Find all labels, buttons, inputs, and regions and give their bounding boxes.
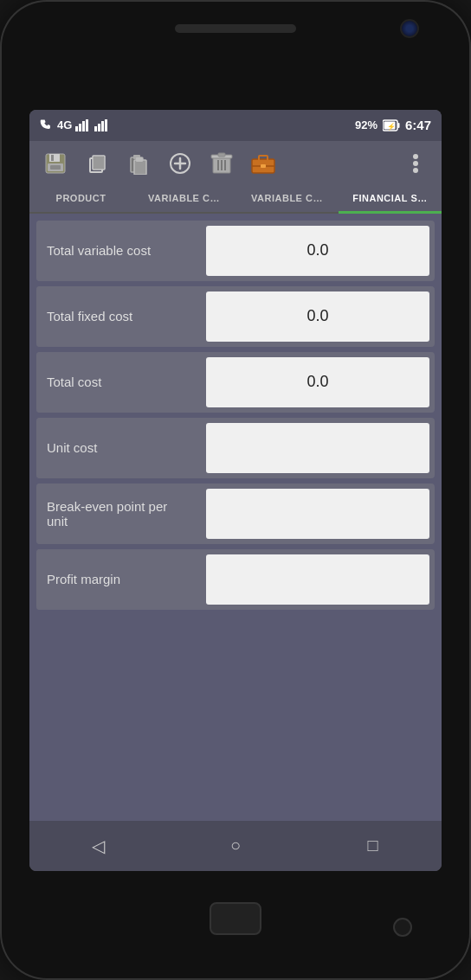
svg-rect-13: [49, 154, 60, 162]
svg-rect-3: [86, 119, 88, 131]
tab-product[interactable]: PRODUCT: [29, 186, 132, 212]
copy-icon: [86, 152, 108, 175]
svg-point-39: [413, 168, 418, 173]
break-even-value[interactable]: [206, 489, 429, 539]
svg-rect-34: [259, 156, 268, 161]
svg-rect-4: [94, 126, 97, 131]
battery-label: 92%: [355, 118, 377, 131]
front-camera: [400, 19, 419, 38]
phone-shell: 4G 92%: [0, 0, 471, 980]
tab-financial-s[interactable]: FINANCIAL S…: [339, 186, 442, 212]
profit-margin-value[interactable]: [206, 554, 429, 605]
total-cost-value[interactable]: 0.0: [206, 357, 429, 407]
back-button[interactable]: ◁: [76, 824, 119, 868]
svg-rect-6: [101, 121, 104, 131]
svg-rect-22: [134, 160, 146, 175]
svg-rect-14: [51, 155, 54, 161]
briefcase-icon: [250, 152, 276, 175]
status-bar: 4G 92%: [29, 110, 442, 141]
total-fixed-cost-label: Total fixed cost: [36, 286, 201, 347]
phone-icon: [40, 118, 54, 132]
network-label: 4G: [57, 118, 72, 131]
svg-rect-36: [261, 164, 266, 168]
total-variable-cost-value[interactable]: 0.0: [206, 226, 429, 276]
status-left: 4G: [40, 118, 110, 132]
copy-button[interactable]: [78, 144, 116, 183]
delete-icon: [210, 151, 233, 176]
screen: 4G 92%: [29, 110, 442, 871]
unit-cost-value[interactable]: [206, 423, 429, 473]
add-icon: [168, 151, 192, 176]
paste-icon: [127, 152, 150, 175]
signal-icon: [75, 119, 91, 131]
time-label: 6:47: [405, 118, 431, 132]
briefcase-button[interactable]: [244, 144, 282, 183]
tab-variable-c2[interactable]: VARIABLE C…: [236, 186, 339, 212]
svg-point-37: [413, 154, 418, 159]
save-button[interactable]: [36, 144, 74, 183]
svg-rect-2: [82, 121, 85, 131]
total-cost-label: Total cost: [36, 352, 201, 413]
content-area: Total variable cost 0.0 Total fixed cost…: [29, 214, 442, 821]
recent-button[interactable]: □: [352, 824, 395, 868]
bottom-nav: ◁ ○ □: [29, 821, 442, 871]
more-icon: [412, 151, 419, 176]
unit-cost-label: Unit cost: [36, 418, 201, 478]
profit-margin-label: Profit margin: [36, 549, 201, 610]
total-fixed-cost-value[interactable]: 0.0: [206, 291, 429, 342]
battery-icon: ⚡: [383, 119, 400, 131]
more-button[interactable]: [397, 144, 435, 183]
svg-rect-29: [218, 153, 225, 157]
svg-text:⚡: ⚡: [387, 122, 396, 131]
svg-rect-9: [397, 123, 399, 128]
field-row-total-cost: Total cost 0.0: [36, 352, 435, 413]
fingerprint-sensor: [393, 918, 412, 937]
save-icon: [43, 151, 68, 176]
tab-variable-c1[interactable]: VARIABLE C…: [132, 186, 236, 212]
signal-icon-2: [94, 119, 110, 131]
toolbar: [29, 141, 442, 186]
svg-rect-5: [98, 124, 100, 131]
svg-rect-19: [94, 157, 104, 169]
svg-rect-7: [105, 119, 107, 131]
add-button[interactable]: [161, 144, 199, 183]
phone-top-bar: [0, 24, 471, 33]
svg-point-38: [413, 161, 418, 166]
svg-rect-1: [79, 124, 81, 131]
home-button[interactable]: ○: [214, 824, 257, 868]
paste-button[interactable]: [119, 144, 158, 183]
field-row-unit-cost: Unit cost: [36, 418, 435, 478]
svg-rect-0: [75, 126, 78, 131]
delete-button[interactable]: [203, 144, 241, 183]
total-variable-cost-label: Total variable cost: [36, 221, 201, 281]
field-row-profit-margin: Profit margin: [36, 549, 435, 610]
break-even-label: Break-even point per unit: [36, 484, 201, 544]
field-row-total-fixed-cost: Total fixed cost 0.0: [36, 286, 435, 347]
svg-rect-16: [50, 165, 61, 170]
field-row-total-variable-cost: Total variable cost 0.0: [36, 221, 435, 281]
svg-rect-23: [136, 157, 143, 162]
speaker-grille: [175, 24, 296, 33]
home-button-physical[interactable]: [210, 902, 261, 935]
field-row-break-even: Break-even point per unit: [36, 484, 435, 544]
tabs-bar: PRODUCT VARIABLE C… VARIABLE C… FINANCIA…: [29, 186, 442, 214]
